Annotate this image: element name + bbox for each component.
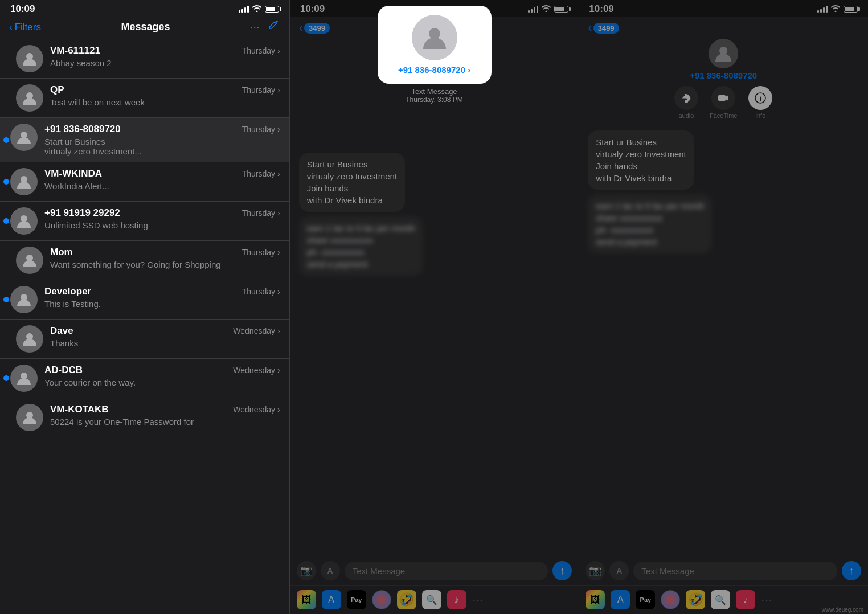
time-vm-wkinda: Thursday › (242, 169, 280, 178)
unread-dot-phone2 (3, 218, 9, 224)
messages-title: Messages (121, 21, 170, 33)
text-input-p2[interactable]: Text Message (345, 562, 548, 580)
back-chevron-p3: ‹ (588, 21, 592, 35)
time-phone2: Thursday › (242, 208, 280, 218)
sender-phone2: +91 91919 29292 (44, 207, 120, 219)
preview-phone2: Unlimited SSD web hosting (44, 220, 280, 230)
time-vm-611121: Thursday › (242, 46, 280, 55)
status-bar-p3: 10:09 (579, 0, 868, 17)
applepay-icon-p3[interactable]: Pay (636, 590, 655, 609)
message-item-phone1[interactable]: +91 836-8089720 Thursday › Start ur Busi… (0, 118, 289, 162)
message-item-mom[interactable]: Mom Thursday › Want something for you? G… (0, 241, 289, 280)
circle-icon-p2[interactable] (372, 590, 391, 609)
message-bubble-p2-1: Start ur Businesvirtualy zero Investment… (299, 153, 405, 212)
avatar-vm-611121 (16, 45, 43, 72)
preview-dave: Thanks (50, 338, 280, 348)
message-item-qp[interactable]: QP Thursday › Test will be on next week (0, 79, 289, 118)
popup-contact-name[interactable]: +91 836-8089720 › (398, 65, 470, 75)
signal-icon-p2 (528, 6, 538, 13)
chat-panel-3: 10:09 ‹ 3499 (579, 0, 868, 614)
avatar-dave (16, 325, 43, 353)
contact-popup-p2: +91 836-8089720 › Text Message Thursday,… (378, 6, 492, 104)
photos-icon-p2[interactable]: 🖼 (297, 590, 316, 609)
time-dave: Wednesday › (233, 326, 280, 335)
message-item-ad-dcb[interactable]: AD-DCB Wednesday › Your courier on the w… (0, 359, 289, 398)
preview-vm-kotakb: 50224 is your One-Time Password for (50, 417, 280, 427)
status-time-p1: 10:09 (10, 3, 35, 15)
sender-vm-kotakb: VM-KOTAKB (50, 404, 109, 415)
status-time-p3: 10:09 (589, 3, 613, 15)
camera-button-p3[interactable]: 📷 (586, 561, 605, 580)
sender-dave: Dave (50, 325, 73, 337)
message-item-phone2[interactable]: +91 91919 29292 Thursday › Unlimited SSD… (0, 202, 289, 241)
message-item-developer[interactable]: Developer Thursday › This is Testing. (0, 280, 289, 320)
camera-button-p2[interactable]: 📷 (297, 561, 316, 580)
emoji-icon-p3[interactable]: 🤣 (686, 590, 705, 609)
unread-dot-developer (3, 297, 9, 302)
text-input-p3[interactable]: Text Message (633, 562, 837, 580)
facetime-icon-p3 (711, 86, 735, 110)
search-icon-p3[interactable]: 🔍 (711, 590, 730, 609)
message-item-vm-wkinda[interactable]: VM-WKINDA Thursday › WorkIndia Alert... (0, 162, 289, 202)
photos-icon-p3[interactable]: 🖼 (586, 590, 605, 609)
compose-button[interactable] (268, 19, 280, 35)
status-icons-p2 (528, 4, 568, 14)
search-icon-p2[interactable]: 🔍 (422, 590, 441, 609)
filters-label: Filters (15, 22, 41, 33)
music-icon-p2[interactable]: ♪ (447, 590, 466, 609)
audio-button-p3[interactable]: audio (674, 86, 698, 119)
avatar-phone2 (10, 207, 38, 235)
chat-messages-p3: Start ur Businesvirtualy zero Investment… (579, 125, 868, 556)
more-apps-p2[interactable]: ⋯ (472, 593, 484, 607)
chat-header-p3: ‹ 3499 +91 836-8089720 (579, 17, 868, 125)
messages-list: VM-611121 Thursday › Abhay season 2 QP T… (0, 39, 289, 614)
avatar-phone1 (10, 124, 38, 151)
popup-chevron: › (468, 65, 470, 75)
wifi-icon-p2 (542, 4, 551, 14)
avatar-developer (10, 286, 38, 313)
appstore-icon-p3[interactable]: A (611, 590, 630, 609)
svg-point-11 (719, 47, 727, 55)
send-button-p2[interactable]: ↑ (552, 561, 572, 580)
message-item-vm-611121[interactable]: VM-611121 Thursday › Abhay season 2 (0, 39, 289, 79)
preview-developer: This is Testing. (44, 299, 280, 309)
svg-rect-12 (685, 100, 688, 103)
sender-ad-dcb: AD-DCB (44, 365, 83, 376)
message-bubble-p3-1: Start ur Businesvirtualy zero Investment… (588, 130, 694, 190)
back-button-p3[interactable]: ‹ 3499 (588, 21, 619, 35)
applepay-icon-p2[interactable]: Pay (347, 590, 366, 609)
time-mom: Thursday › (242, 248, 280, 257)
wifi-icon-p3 (831, 4, 840, 14)
facetime-label-p3: FaceTime (710, 112, 738, 119)
send-button-p3[interactable]: ↑ (842, 561, 861, 580)
apps-button-p2[interactable]: A (321, 561, 340, 580)
back-button-p2[interactable]: ‹ 3499 (299, 21, 330, 35)
more-button[interactable]: ··· (250, 21, 260, 34)
header-actions: ··· (250, 19, 280, 35)
time-phone1: Thursday › (242, 125, 280, 134)
more-apps-p3[interactable]: ⋯ (761, 593, 772, 607)
circle-icon-p3[interactable] (661, 590, 680, 609)
appstore-icon-p2[interactable]: A (322, 590, 341, 609)
filters-button[interactable]: ‹ Filters (9, 22, 41, 33)
chat-panel-2: 10:09 ‹ 3499 (290, 0, 579, 614)
facetime-button-p3[interactable]: FaceTime (710, 86, 738, 119)
music-icon-p3[interactable]: ♪ (736, 590, 755, 609)
sender-vm-611121: VM-611121 (50, 45, 100, 56)
avatar-qp (16, 84, 43, 112)
message-item-dave[interactable]: Dave Wednesday › Thanks (0, 320, 289, 359)
messages-list-panel: 10:09 ‹ Filters (0, 0, 290, 614)
status-bar-p1: 10:09 (0, 0, 289, 17)
time-qp: Thursday › (242, 85, 280, 95)
emoji-icon-p2[interactable]: 🤣 (397, 590, 416, 609)
svg-rect-13 (718, 95, 726, 101)
sender-developer: Developer (44, 286, 91, 297)
messages-header: ‹ Filters Messages ··· (0, 17, 289, 39)
sender-phone1: +91 836-8089720 (44, 124, 121, 135)
info-button-p3[interactable]: i info (748, 86, 772, 119)
apps-button-p3[interactable]: A (609, 561, 629, 580)
chat-contact-name-p3[interactable]: +91 836-8089720 (690, 71, 757, 80)
message-item-vm-kotakb[interactable]: VM-KOTAKB Wednesday › 50224 is your One-… (0, 398, 289, 437)
battery-icon-p2 (554, 6, 568, 13)
audio-label-p3: audio (678, 112, 694, 119)
